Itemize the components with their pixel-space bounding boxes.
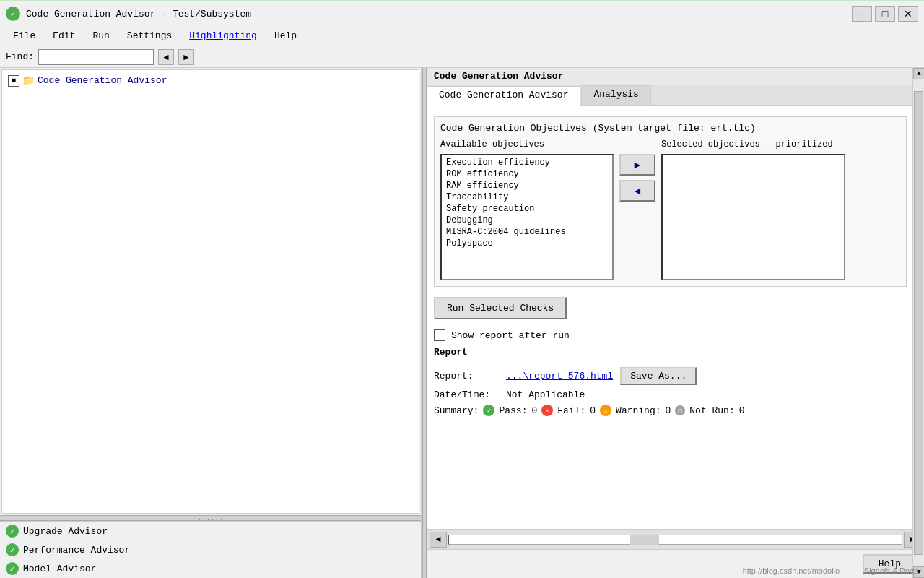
available-col: Available objectives Execution efficienc… (440, 139, 614, 280)
listbox-item-traceability[interactable]: Traceability (443, 191, 611, 203)
selected-label: Selected objectives - prioritized (661, 139, 845, 150)
title-bar-left: ✓ Code Generation Advisor - Test/Subsyst… (6, 7, 251, 21)
norun-label: Not Run: (689, 405, 734, 416)
window-controls: ─ □ ✕ (852, 6, 918, 22)
model-advisor-item[interactable]: ✓ Model Advisor (0, 559, 421, 578)
selected-listbox[interactable] (661, 154, 845, 280)
left-panel: ■ 📁 Code Generation Advisor ...... ✓ Upg… (0, 68, 422, 578)
find-input[interactable] (38, 49, 154, 65)
performance-advisor-label: Performance Advisor (23, 545, 130, 556)
window-title: Code Generation Advisor - Test/Subsystem (26, 9, 251, 20)
report-link[interactable]: ...\report 576.html (506, 371, 613, 381)
tree-area: ■ 📁 Code Generation Advisor (1, 69, 419, 514)
pass-label: Pass: (499, 405, 527, 416)
main-layout: ■ 📁 Code Generation Advisor ...... ✓ Upg… (0, 68, 924, 578)
content-area: Code Generation Objectives (System targe… (427, 106, 924, 529)
listbox-item-rom[interactable]: ROM efficiency (443, 168, 611, 180)
model-advisor-label: Model Advisor (23, 564, 96, 574)
tree-item-label: Code Generation Advisor (38, 75, 167, 86)
menu-run[interactable]: Run (85, 29, 116, 43)
fail-label: Fail: (557, 405, 585, 416)
folder-icon: 📁 (22, 74, 35, 87)
app-icon: ✓ (6, 7, 20, 21)
find-bar: Find: ◄ ► (0, 46, 924, 68)
objectives-header: Code Generation Objectives (System targe… (440, 123, 900, 134)
norun-value: 0 (739, 405, 745, 416)
tab-analysis[interactable]: Analysis (581, 85, 650, 105)
find-label: Find: (6, 51, 34, 62)
scroll-thumb[interactable] (914, 106, 923, 529)
available-listbox[interactable]: Execution efficiency ROM efficiency RAM … (440, 154, 614, 280)
close-button[interactable]: ✕ (898, 6, 918, 22)
available-label: Available objectives (440, 139, 614, 150)
bottom-nav: ◄ ► (427, 529, 924, 549)
upgrade-advisor-label: Upgrade Advisor (23, 526, 108, 537)
report-label: Report: (434, 371, 499, 381)
listbox-item-execution[interactable]: Execution efficiency (443, 157, 611, 168)
performance-advisor-item[interactable]: ✓ Performance Advisor (0, 540, 421, 559)
left-splitter[interactable]: ...... (0, 515, 421, 521)
upgrade-advisor-icon: ✓ (6, 525, 19, 538)
pass-value: 0 (531, 405, 537, 416)
summary-row: Summary: ✓ Pass: 0 ✕ Fail: 0 ⚠ Warning: … (434, 405, 907, 416)
nav-thumb (630, 535, 659, 545)
upgrade-advisor-item[interactable]: ✓ Upgrade Advisor (0, 522, 421, 540)
warn-value: 0 (666, 405, 671, 416)
tab-bar: Code Generation Advisor Analysis ▲ (427, 85, 924, 106)
bottom-items: ✓ Upgrade Advisor ✓ Performance Advisor … (0, 521, 421, 578)
listbox-item-safety[interactable]: Safety precaution (443, 203, 611, 215)
listbox-item-debugging[interactable]: Debugging (443, 215, 611, 226)
date-label: Date/Time: (434, 389, 499, 400)
right-scrollbar[interactable]: ▲ ▼ (912, 106, 924, 529)
warning-icon: ⚠ (600, 405, 611, 416)
summary-label: Summary: (434, 405, 479, 416)
report-section: Report Report: ...\report 576.html Save … (434, 347, 907, 416)
find-prev-button[interactable]: ◄ (158, 49, 174, 65)
selected-col: Selected objectives - prioritized (661, 139, 845, 280)
watermark: http://blog.csdn.net/modollo Signals & P… (743, 566, 918, 575)
norun-icon: ▢ (675, 405, 685, 415)
right-panel: Code Generation Advisor Code Generation … (427, 68, 924, 578)
tree-checkbox[interactable]: ■ (8, 75, 19, 87)
fail-icon: ✕ (541, 405, 553, 416)
listbox-item-ram[interactable]: RAM efficiency (443, 180, 611, 191)
objectives-buttons: ► ◄ (619, 139, 655, 202)
listbox-item-polyspace[interactable]: Polyspace (443, 238, 611, 249)
minimize-button[interactable]: ─ (852, 6, 872, 22)
show-report-label: Show report after run (451, 330, 570, 341)
save-as-button[interactable]: Save As... (620, 367, 697, 385)
menu-edit[interactable]: Edit (45, 29, 82, 43)
objectives-container: Code Generation Objectives (System targe… (434, 116, 907, 287)
listbox-item-misra[interactable]: MISRA-C:2004 guidelines (443, 226, 611, 238)
objectives-row: Available objectives Execution efficienc… (440, 139, 900, 280)
pass-icon: ✓ (483, 405, 494, 416)
fail-value: 0 (590, 405, 596, 416)
find-next-button[interactable]: ► (178, 49, 194, 65)
report-row: Report: ...\report 576.html Save As... (434, 367, 907, 385)
show-report-checkbox[interactable] (434, 329, 445, 341)
performance-advisor-icon: ✓ (6, 543, 19, 556)
maximize-button[interactable]: □ (875, 6, 895, 22)
right-panel-header: Code Generation Advisor (427, 68, 924, 85)
report-section-title: Report (434, 347, 907, 361)
title-bar: ✓ Code Generation Advisor - Test/Subsyst… (0, 0, 924, 26)
datetime-row: Date/Time: Not Applicable (434, 389, 907, 400)
nav-left-button[interactable]: ◄ (430, 532, 447, 548)
date-value: Not Applicable (506, 389, 585, 400)
tab-code-gen-advisor[interactable]: Code Generation Advisor (427, 86, 580, 106)
tree-item-code-gen-advisor[interactable]: ■ 📁 Code Generation Advisor (5, 73, 416, 88)
show-report-row: Show report after run (434, 329, 907, 341)
menu-help[interactable]: Help (267, 29, 304, 43)
menu-bar: File Edit Run Settings Highlighting Help (0, 26, 924, 46)
menu-highlighting[interactable]: Highlighting (182, 29, 264, 43)
content-wrapper: Code Generation Objectives (System targe… (427, 106, 924, 529)
warn-label: Warning: (616, 405, 661, 416)
remove-objective-button[interactable]: ◄ (619, 180, 655, 202)
nav-scrollbar[interactable] (448, 535, 902, 545)
model-advisor-icon: ✓ (6, 562, 19, 575)
menu-settings[interactable]: Settings (120, 29, 179, 43)
menu-file[interactable]: File (6, 29, 43, 43)
run-selected-checks-button[interactable]: Run Selected Checks (434, 297, 567, 319)
add-objective-button[interactable]: ► (619, 154, 655, 176)
